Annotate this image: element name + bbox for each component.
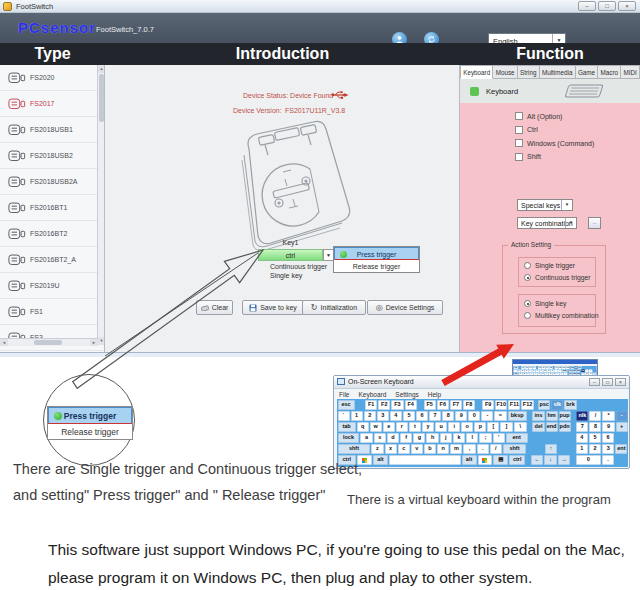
- osk-key-s[interactable]: s: [374, 433, 386, 443]
- tab-string[interactable]: String: [518, 65, 540, 79]
- checkbox-ctrl[interactable]: Ctrl: [515, 126, 538, 134]
- osk-menu-help[interactable]: Help: [428, 391, 441, 398]
- single-trigger-option[interactable]: Single trigger: [524, 262, 575, 269]
- osk-key-tab[interactable]: tab: [338, 422, 356, 432]
- close-button[interactable]: ×: [618, 1, 636, 11]
- osk-key-F2[interactable]: F2: [378, 400, 390, 410]
- osk-minimize-button[interactable]: –: [589, 378, 600, 386]
- maximize-button[interactable]: □: [598, 1, 616, 11]
- device-list-item-fs2016bt2_a[interactable]: FS2016BT2_A: [0, 247, 104, 273]
- tab-mouse[interactable]: Mouse: [493, 65, 517, 79]
- osk-key-4[interactable]: 4: [390, 411, 402, 421]
- osk-key-1[interactable]: 1: [351, 411, 363, 421]
- osk-key-,[interactable]: ,: [463, 444, 475, 454]
- osk-key-win[interactable]: [478, 455, 493, 465]
- osk-menu-settings[interactable]: Settings: [395, 391, 419, 398]
- osk-key-=[interactable]: =: [494, 411, 506, 421]
- osk-key-ctrl[interactable]: ctrl: [509, 455, 525, 465]
- press-trigger-option[interactable]: Press trigger: [334, 247, 419, 260]
- osk-key-w[interactable]: w: [370, 422, 382, 432]
- osk-menu-file[interactable]: File: [339, 391, 349, 398]
- osk-key-j[interactable]: j: [440, 433, 452, 443]
- osk-key-/[interactable]: /: [490, 444, 502, 454]
- osk-key-3[interactable]: 3: [602, 444, 614, 454]
- osk-key-←[interactable]: ←: [531, 455, 543, 465]
- osk-key-o[interactable]: o: [461, 422, 473, 432]
- osk-key-F6[interactable]: F6: [437, 400, 449, 410]
- scrollbar-thumb-h[interactable]: [34, 340, 62, 345]
- device-list-item-fs2017[interactable]: FS2017: [0, 91, 104, 117]
- clear-button[interactable]: Clear: [196, 300, 233, 315]
- scroll-up-icon[interactable]: ▲: [98, 65, 105, 73]
- osk-key-[[interactable]: [: [487, 422, 499, 432]
- key-combination-select[interactable]: Key combination ▼: [517, 217, 577, 229]
- osk-key-shft[interactable]: shft: [338, 444, 371, 454]
- device-list-item-fs2018usb2a[interactable]: FS2018USB2A: [0, 169, 104, 195]
- multikey-combination-option[interactable]: Multikey combination: [524, 312, 598, 319]
- osk-key-b[interactable]: b: [424, 444, 436, 454]
- osk-key-a[interactable]: a: [360, 433, 372, 443]
- osk-key-r[interactable]: r: [396, 422, 408, 432]
- osk-key-pdn[interactable]: pdn: [559, 422, 571, 432]
- osk-key-ent[interactable]: ent: [506, 433, 528, 443]
- osk-key-k[interactable]: k: [453, 433, 465, 443]
- osk-key-z[interactable]: z: [371, 444, 383, 454]
- osk-key-→[interactable]: →: [558, 455, 570, 465]
- osk-titlebar[interactable]: On-Screen Keyboard – □ ×: [334, 376, 629, 389]
- osk-key-↑[interactable]: ↑: [545, 444, 557, 454]
- osk-key-f[interactable]: f: [400, 433, 412, 443]
- osk-key-2[interactable]: 2: [589, 444, 601, 454]
- osk-key-del[interactable]: del: [532, 422, 544, 432]
- osk-key-3[interactable]: 3: [377, 411, 389, 421]
- osk-key-8[interactable]: 8: [442, 411, 454, 421]
- osk-key-↓[interactable]: ↓: [544, 455, 556, 465]
- osk-key-m[interactable]: m: [450, 444, 462, 454]
- osk-key-n[interactable]: n: [437, 444, 449, 454]
- osk-key-d[interactable]: d: [387, 433, 399, 443]
- osk-key-lock[interactable]: lock: [338, 433, 360, 443]
- tab-keyboard[interactable]: Keyboard: [460, 65, 493, 79]
- osk-key-F1[interactable]: F1: [365, 400, 377, 410]
- scroll-down-icon[interactable]: ▼: [98, 337, 105, 345]
- scroll-right-icon[interactable]: ►: [90, 339, 98, 346]
- osk-key-0[interactable]: 0: [468, 411, 480, 421]
- osk-key-esc[interactable]: esc: [338, 400, 355, 410]
- osk-key--[interactable]: -: [481, 411, 493, 421]
- osk-key-\[interactable]: \: [514, 422, 527, 432]
- horizontal-scrollbar[interactable]: ◄ ►: [0, 338, 98, 346]
- osk-key-7[interactable]: 7: [429, 411, 441, 421]
- vertical-scrollbar[interactable]: ▲ ▼: [97, 65, 104, 345]
- osk-key-alt[interactable]: alt: [462, 455, 477, 465]
- osk-key-c[interactable]: c: [398, 444, 410, 454]
- osk-key-F3[interactable]: F3: [391, 400, 403, 410]
- osk-key-1[interactable]: 1: [576, 444, 588, 454]
- continuous-trigger-option[interactable]: Continuous trigger: [524, 274, 591, 281]
- osk-key-7[interactable]: 7: [576, 422, 588, 432]
- checkbox-alt-option-[interactable]: Alt (Option): [515, 112, 562, 120]
- osk-close-button[interactable]: ×: [615, 378, 626, 386]
- tab-midi[interactable]: MIDI: [621, 65, 640, 79]
- osk-key-F12[interactable]: F12: [521, 400, 533, 410]
- osk-key-x[interactable]: x: [385, 444, 397, 454]
- osk-key-▤[interactable]: ▤: [493, 455, 508, 465]
- osk-key-ent[interactable]: ent: [615, 444, 627, 454]
- save-to-key-button[interactable]: Save to key: [242, 300, 304, 315]
- osk-key-4[interactable]: 4: [576, 433, 588, 443]
- osk-key-q[interactable]: q: [357, 422, 369, 432]
- osk-key-F4[interactable]: F4: [405, 400, 417, 410]
- tab-multimedia[interactable]: Multimedia: [540, 65, 576, 79]
- osk-key-F7[interactable]: F7: [450, 400, 462, 410]
- osk-key-l[interactable]: l: [466, 433, 478, 443]
- osk-key-6[interactable]: 6: [602, 433, 614, 443]
- osk-key-.[interactable]: .: [602, 455, 614, 465]
- osk-key-space[interactable]: [389, 455, 461, 465]
- osk-key-pup[interactable]: pup: [559, 411, 571, 421]
- osk-key-'[interactable]: ': [493, 433, 505, 443]
- osk-key-8[interactable]: 8: [589, 422, 601, 432]
- osk-key-ins[interactable]: ins: [532, 411, 544, 421]
- osk-key-alt[interactable]: alt: [373, 455, 388, 465]
- device-list-item-fs2020[interactable]: FS2020: [0, 65, 104, 91]
- key1-value-box[interactable]: ctrl: [258, 249, 323, 261]
- osk-key-shft[interactable]: shft: [503, 444, 526, 454]
- osk-key-*[interactable]: *: [602, 411, 614, 421]
